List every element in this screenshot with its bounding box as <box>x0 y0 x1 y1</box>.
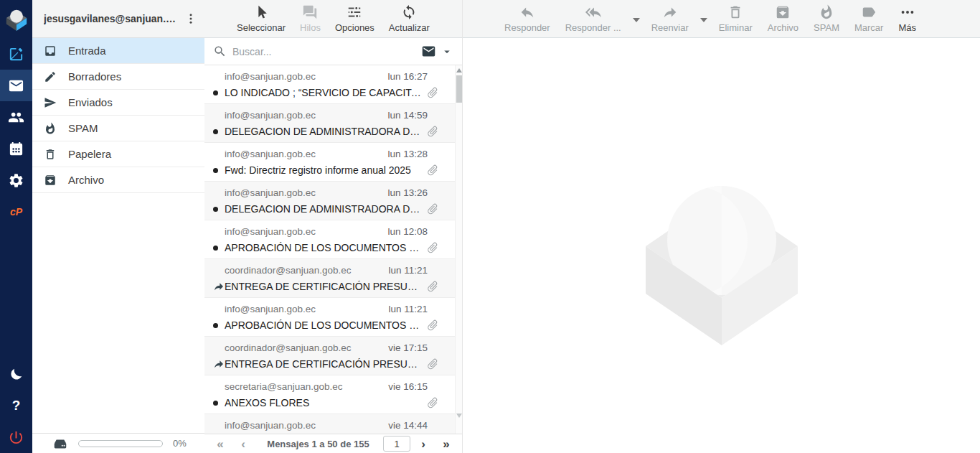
message-subject: Fwd: Directriz registro informe anual 20… <box>225 164 422 176</box>
calendar-icon <box>8 141 24 157</box>
message-list-item[interactable]: coordinador@sanjuan.gob.ec vie 17:15 ENT… <box>204 337 455 375</box>
folder-inbox[interactable]: Entrada <box>32 38 204 64</box>
search-input[interactable] <box>232 46 415 57</box>
prev-page-button[interactable]: ‹ <box>233 438 253 450</box>
message-list-item[interactable]: coordinador@sanjuan.gob.ec lun 11:21 ENT… <box>204 259 455 298</box>
search-icon <box>213 45 227 58</box>
scroll-down-arrow-icon[interactable] <box>456 414 462 418</box>
message-list-item[interactable]: info@sanjuan.gob.ec lun 16:27 LO INDICAD… <box>204 65 455 104</box>
message-meta: info@sanjuan.gob.ec lun 11:21 <box>213 303 446 315</box>
delete-button[interactable]: Eliminar <box>715 4 756 33</box>
next-page-button[interactable]: › <box>413 438 433 450</box>
message-list: info@sanjuan.gob.ec lun 16:27 LO INDICAD… <box>204 65 455 434</box>
cpanel-logo: cP <box>10 206 22 218</box>
unread-dot-icon <box>213 401 225 406</box>
send-icon <box>44 96 57 109</box>
folder-trash[interactable]: Papelera <box>32 141 204 167</box>
folder-archive[interactable]: Archivo <box>32 167 204 193</box>
message-date: lun 16:27 <box>387 70 428 83</box>
archive-button[interactable]: Archivo <box>764 4 802 33</box>
message-sender: info@sanjuan.gob.ec <box>225 148 316 160</box>
account-menu-button[interactable] <box>182 9 200 29</box>
message-subject-line: DELEGACION DE ADMINISTRADORA DE OR... <box>213 125 446 138</box>
unread-dot-icon <box>213 323 225 328</box>
message-list-item[interactable]: info@sanjuan.gob.ec lun 12:08 APROBACIÓN… <box>204 220 455 259</box>
nav-cpanel[interactable]: cP <box>0 196 32 228</box>
message-meta: info@sanjuan.gob.ec vie 14:44 <box>213 419 446 431</box>
attachment-icon <box>426 396 439 409</box>
reply-button[interactable]: Responder <box>501 4 554 33</box>
select-button[interactable]: Seleccionar <box>233 4 289 33</box>
message-date: lun 12:08 <box>387 225 428 238</box>
reply-all-icon <box>585 4 601 20</box>
message-meta: info@sanjuan.gob.ec lun 14:59 <box>213 109 446 121</box>
list-scrollbar[interactable] <box>455 65 462 434</box>
scrollbar-thumb[interactable] <box>456 75 462 103</box>
mark-button[interactable]: Marcar <box>851 4 887 33</box>
forward-dropdown-caret[interactable] <box>700 18 707 22</box>
message-meta: info@sanjuan.gob.ec lun 13:26 <box>213 187 446 199</box>
message-sender: info@sanjuan.gob.ec <box>225 109 316 121</box>
account-email: jesusgavilanes@sanjuan.gob.... <box>44 13 182 24</box>
message-subject-line: Fwd: Directriz registro informe anual 20… <box>213 164 446 177</box>
message-list-item[interactable]: info@sanjuan.gob.ec vie 14:44 <box>204 414 455 434</box>
folder-spam[interactable]: SPAM <box>32 116 204 141</box>
message-list-item[interactable]: info@sanjuan.gob.ec lun 13:26 DELEGACION… <box>204 182 455 220</box>
message-subject: ENTREGA DE CERTIFICACIÓN PRESUPUEST... <box>225 281 422 292</box>
message-list-item[interactable]: info@sanjuan.gob.ec lun 13:28 Fwd: Direc… <box>204 143 455 182</box>
forward-button[interactable]: Reenviar <box>648 4 692 33</box>
message-meta: coordinador@sanjuan.gob.ec vie 17:15 <box>213 342 446 354</box>
envelope-icon <box>421 44 436 59</box>
message-list-item[interactable]: info@sanjuan.gob.ec lun 14:59 DELEGACION… <box>204 104 455 143</box>
attachment-icon <box>426 241 439 254</box>
reply-all-dropdown-caret[interactable] <box>633 18 640 22</box>
message-date: lun 11:21 <box>388 264 428 276</box>
message-meta: info@sanjuan.gob.ec lun 12:08 <box>213 225 446 238</box>
search-scope-dropdown[interactable] <box>421 44 453 59</box>
message-list-pane: Seleccionar Hilos Opciones Actualizar <box>204 0 463 453</box>
reply-all-button[interactable]: Responder ... <box>562 4 625 33</box>
folder-drafts[interactable]: Borradores <box>32 64 204 90</box>
threads-button[interactable]: Hilos <box>296 4 324 33</box>
options-button[interactable]: Opciones <box>331 4 378 33</box>
more-button[interactable]: Más <box>895 4 920 33</box>
attachment-icon <box>426 280 439 293</box>
unread-dot-icon <box>213 90 225 95</box>
first-page-button[interactable]: « <box>210 438 230 450</box>
nav-contacts[interactable] <box>0 101 32 133</box>
pagination-bar: « ‹ Mensajes 1 a 50 de 155 › » <box>204 434 462 453</box>
kebab-menu-icon <box>184 12 197 25</box>
compose-button[interactable] <box>0 38 32 70</box>
last-page-button[interactable]: » <box>436 438 456 450</box>
spam-button[interactable]: SPAM <box>810 4 843 33</box>
forwarded-icon <box>213 358 225 370</box>
sogo-logo <box>0 0 32 38</box>
fire-icon <box>819 4 834 20</box>
logout-button[interactable] <box>0 421 32 453</box>
dark-mode-toggle[interactable] <box>0 358 32 390</box>
nav-calendar[interactable] <box>0 133 32 164</box>
help-button[interactable]: ? <box>0 390 32 421</box>
sogo-watermark-icon <box>644 174 799 345</box>
message-subject: LO INDICADO ; “SERVICIO DE CAPACITACIÓ..… <box>225 87 422 98</box>
message-list-item[interactable]: secretaria@sanjuan.gob.ec vie 16:15 ANEX… <box>204 375 455 414</box>
nav-mail[interactable] <box>0 70 32 101</box>
message-date: lun 11:21 <box>388 303 428 315</box>
nav-preferences[interactable] <box>0 164 32 196</box>
power-icon <box>8 429 24 446</box>
folder-sent[interactable]: Enviados <box>32 90 204 116</box>
message-date: lun 13:26 <box>387 187 428 199</box>
attachment-icon <box>426 202 439 215</box>
message-subject-line: ENTREGA DE CERTIFICACIÓN PRESUPUEST... <box>213 280 446 293</box>
message-sender: secretaria@sanjuan.gob.ec <box>225 380 343 393</box>
message-date: vie 16:15 <box>388 380 428 393</box>
storage-icon <box>52 436 68 452</box>
refresh-button[interactable]: Actualizar <box>385 4 433 33</box>
message-meta: info@sanjuan.gob.ec lun 16:27 <box>213 70 446 83</box>
scroll-up-arrow-icon[interactable] <box>456 68 462 73</box>
page-number-input[interactable] <box>383 436 410 452</box>
message-subject-line: ENTREGA DE CERTIFICACIÓN PRESUPUEST... <box>213 358 446 370</box>
message-sender: info@sanjuan.gob.ec <box>225 419 316 431</box>
message-list-item[interactable]: info@sanjuan.gob.ec lun 11:21 APROBACIÓN… <box>204 298 455 337</box>
fire-icon <box>44 122 57 135</box>
